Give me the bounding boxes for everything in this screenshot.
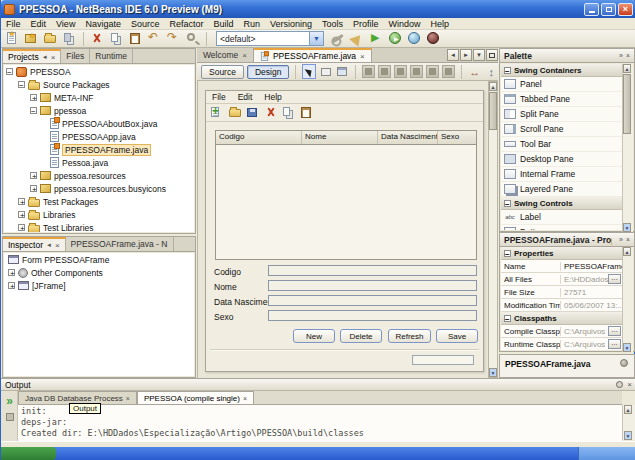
form-cut-icon[interactable] (264, 106, 278, 120)
redo-icon[interactable] (165, 31, 182, 46)
output-header[interactable]: Output (1, 379, 635, 391)
restore-button[interactable] (601, 3, 616, 16)
tree-item-selected[interactable]: PPESSOAFrame.java (4, 143, 194, 156)
preview-design-icon[interactable] (335, 64, 349, 79)
close-tab-icon[interactable] (242, 51, 247, 60)
scroll-tabs-left-icon[interactable] (447, 49, 459, 61)
scroll-up-icon[interactable] (624, 405, 632, 414)
menu-view[interactable]: View (51, 19, 80, 29)
connection-mode-icon[interactable] (319, 64, 333, 79)
palette-item-button[interactable]: OKButton (501, 225, 622, 230)
close-panel-icon[interactable] (55, 241, 60, 250)
tree-item[interactable]: ppessoa.resources (4, 169, 194, 182)
expander-icon[interactable] (8, 269, 15, 276)
update-center-icon[interactable] (406, 31, 423, 46)
input-sexo[interactable] (268, 310, 477, 321)
find-icon[interactable] (184, 31, 201, 46)
resize-horizontal-icon[interactable] (468, 64, 482, 79)
close-output-icon[interactable] (627, 380, 632, 389)
column-codigo[interactable]: Codigo (216, 131, 302, 144)
close-tab-icon[interactable] (126, 395, 130, 402)
combobox-dropdown-icon[interactable] (309, 32, 323, 45)
panel-menu-icon[interactable] (619, 236, 623, 243)
tab-list-icon[interactable] (473, 49, 485, 61)
expander-icon[interactable] (8, 282, 15, 289)
expander-icon[interactable] (18, 198, 25, 205)
tree-item[interactable]: PPESSOA (4, 65, 194, 78)
palette-item-scroll-pane[interactable]: Scroll Pane (501, 122, 622, 137)
form-status-field[interactable] (412, 355, 474, 365)
palette-item-panel[interactable]: Panel (501, 77, 622, 92)
palette-section-controls[interactable]: Swing Controls (501, 197, 622, 210)
form-menu-help[interactable]: Help (258, 92, 287, 102)
menu-refactor[interactable]: Refactor (164, 19, 208, 29)
selection-mode-icon[interactable] (302, 64, 316, 79)
properties-header[interactable]: PPESSOAFrame.java - Prop... (500, 233, 634, 247)
scroll-up-icon[interactable] (623, 64, 631, 73)
output-scrollbar[interactable] (622, 405, 635, 440)
panel-menu-icon[interactable] (619, 52, 623, 59)
expander-icon[interactable] (30, 94, 37, 101)
paste-icon[interactable] (127, 31, 144, 46)
scroll-down-icon[interactable] (623, 343, 631, 352)
expander-icon[interactable] (18, 81, 25, 88)
align-bottom-icon[interactable] (426, 65, 439, 78)
tab-inspector[interactable]: Inspector (3, 237, 66, 251)
tab-projects[interactable]: Projects (3, 49, 61, 63)
menu-window[interactable]: Window (384, 19, 426, 29)
property-row[interactable]: Compile ClasspathC:\Arquivos ...… (501, 325, 622, 338)
designed-form[interactable]: File Edit Help Codigo Nome Data Nascimen… (205, 90, 484, 372)
form-copy-icon[interactable] (282, 106, 296, 120)
resize-vertical-icon[interactable] (484, 64, 498, 79)
input-data-nascimento[interactable] (268, 295, 477, 306)
tree-item[interactable]: [JFrame] (4, 279, 194, 292)
output-console[interactable]: init: deps-jar: Created dir: E:\HDDados\… (18, 405, 622, 441)
tree-item[interactable]: Other Components (4, 266, 194, 279)
property-value[interactable]: C:\Arquivos ... (561, 340, 608, 349)
expander-icon[interactable] (30, 107, 37, 114)
save-all-icon[interactable] (61, 31, 78, 46)
tree-item[interactable]: Test Libraries (4, 221, 194, 232)
collapse-icon[interactable] (504, 250, 511, 257)
tab-ppessoaframe[interactable]: PPESSOAFrame.java (254, 48, 372, 62)
tree-item[interactable]: META-INF (4, 91, 194, 104)
minimize-panel-icon[interactable] (46, 242, 52, 248)
property-row[interactable]: NamePPESSOAFrame (501, 260, 622, 273)
palette-section-containers[interactable]: Swing Containers (501, 64, 622, 77)
properties-scrollbar[interactable] (622, 247, 633, 352)
property-row[interactable]: Modification Time05/06/2007 13:... (501, 299, 622, 312)
expander-icon[interactable] (18, 211, 25, 218)
maximize-editor-icon[interactable] (486, 49, 498, 61)
form-paste-icon[interactable] (300, 106, 314, 120)
new-project-icon[interactable] (23, 31, 40, 46)
profile-project-icon[interactable] (425, 31, 442, 46)
windows-taskbar[interactable] (1, 447, 635, 460)
menu-versioning[interactable]: Versioning (265, 19, 317, 29)
align-right-icon[interactable] (378, 65, 391, 78)
scroll-up-icon[interactable] (489, 82, 497, 91)
input-nome[interactable] (268, 280, 477, 291)
palette-item-internal-frame[interactable]: Internal Frame (501, 167, 622, 182)
tree-item[interactable]: ppessoa (4, 104, 194, 117)
debug-project-icon[interactable] (387, 31, 404, 46)
tree-item[interactable]: ppessoa.resources.busyicons (4, 182, 194, 195)
tab-welcome[interactable]: Welcome (197, 48, 254, 62)
menu-file[interactable]: File (1, 19, 26, 29)
palette-item-tabbed-pane[interactable]: Tabbed Pane (501, 92, 622, 107)
new-button[interactable]: New (293, 329, 335, 343)
property-row[interactable]: Runtime ClasspathC:\Arquivos ...… (501, 338, 622, 350)
menu-edit[interactable]: Edit (26, 19, 52, 29)
column-sexo[interactable]: Sexo (438, 131, 476, 144)
menu-profile[interactable]: Profile (348, 19, 384, 29)
scroll-tabs-right-icon[interactable] (460, 49, 472, 61)
expander-icon[interactable] (18, 224, 25, 231)
tab-compile-single[interactable]: PPESSOA (compile single) (137, 391, 254, 404)
palette-item-label[interactable]: abcLabel (501, 210, 622, 225)
stop-icon[interactable] (3, 410, 16, 423)
ellipsis-button[interactable]: … (608, 326, 621, 336)
menu-navigate[interactable]: Navigate (80, 19, 126, 29)
close-tab-icon[interactable] (243, 395, 247, 402)
scrollbar-thumb[interactable] (623, 74, 631, 134)
form-menu-file[interactable]: File (206, 92, 232, 102)
form-table[interactable]: Codigo Nome Data Nascimento Sexo (215, 130, 477, 260)
